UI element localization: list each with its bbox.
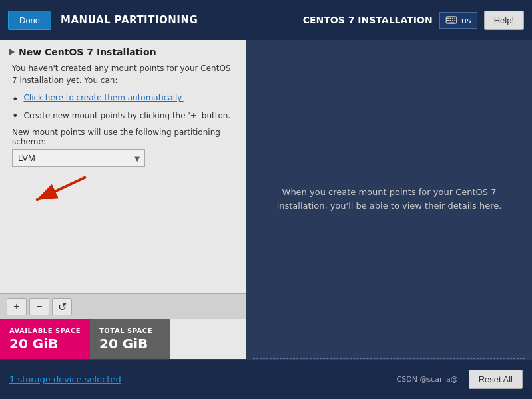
centos-installation-title: CENTOS 7 INSTALLATION <box>303 15 433 25</box>
right-bottom-divider <box>253 358 525 359</box>
available-space-block: AVAILABLE SPACE 20 GiB <box>0 319 90 359</box>
bullet-text-manual: Create new mount points by clicking the … <box>23 110 230 122</box>
description-text: You haven't created any mount points for… <box>9 63 236 86</box>
main-area: New CentOS 7 Installation You haven't cr… <box>0 40 532 359</box>
bottom-bar: 1 storage device selected CSDN @scania@ … <box>0 359 532 399</box>
add-mountpoint-button[interactable]: + <box>7 298 27 315</box>
svg-rect-2 <box>449 18 451 19</box>
header-right: CENTOS 7 INSTALLATION us Help! <box>303 11 524 30</box>
available-space-value: 20 GiB <box>9 336 58 352</box>
header: Done MANUAL PARTITIONING CENTOS 7 INSTAL… <box>0 0 532 40</box>
partitioning-dropdown-container: Standard Partition LVM LVM Thin Provisio… <box>12 149 145 167</box>
right-panel: When you create mount points for your Ce… <box>246 40 532 359</box>
refresh-button[interactable]: ↺ <box>52 298 72 315</box>
svg-rect-5 <box>447 20 449 21</box>
partition-toolbar: + − ↺ <box>0 293 246 319</box>
partitioning-scheme-dropdown[interactable]: Standard Partition LVM LVM Thin Provisio… <box>12 149 145 167</box>
keyboard-lang: us <box>461 15 471 25</box>
total-space-label: TOTAL SPACE <box>99 327 152 334</box>
keyboard-icon <box>445 16 457 24</box>
section-header: New CentOS 7 Installation <box>9 47 236 57</box>
right-panel-message: When you create mount points for your Ce… <box>270 186 509 213</box>
arrow-area <box>9 174 236 213</box>
reset-all-button[interactable]: Reset All <box>469 370 523 389</box>
bullet-item-manual: • Create new mount points by clicking th… <box>9 110 236 122</box>
svg-line-11 <box>36 177 86 200</box>
header-left: Done MANUAL PARTITIONING <box>8 11 198 30</box>
total-space-block: TOTAL SPACE 20 GiB <box>90 319 170 359</box>
svg-rect-1 <box>447 18 449 19</box>
dropdown-wrapper: Standard Partition LVM LVM Thin Provisio… <box>9 149 236 167</box>
done-button[interactable]: Done <box>8 11 51 30</box>
space-info-bar: AVAILABLE SPACE 20 GiB TOTAL SPACE 20 Gi… <box>0 319 246 359</box>
storage-device-link[interactable]: 1 storage device selected <box>9 374 121 384</box>
installation-section: New CentOS 7 Installation You haven't cr… <box>0 40 246 293</box>
available-space-label: AVAILABLE SPACE <box>9 327 81 334</box>
svg-rect-9 <box>448 22 454 23</box>
add-button-arrow-indicator <box>23 174 89 207</box>
svg-rect-7 <box>451 20 453 21</box>
remove-mountpoint-button[interactable]: − <box>29 298 49 315</box>
partitioning-label: New mount points will use the following … <box>9 128 236 146</box>
svg-rect-4 <box>454 18 455 19</box>
total-space-value: 20 GiB <box>99 336 148 352</box>
bullet-icon-2: • <box>12 110 18 122</box>
svg-rect-8 <box>454 20 455 21</box>
expand-triangle-icon <box>9 49 15 55</box>
bullet-icon-1: • <box>12 93 18 106</box>
header-title: MANUAL PARTITIONING <box>61 14 198 26</box>
auto-create-link[interactable]: Click here to create them automatically. <box>23 93 183 102</box>
help-button[interactable]: Help! <box>484 11 524 30</box>
section-title: New CentOS 7 Installation <box>19 47 156 57</box>
left-panel: New CentOS 7 Installation You haven't cr… <box>0 40 246 359</box>
keyboard-widget[interactable]: us <box>439 12 477 29</box>
svg-rect-3 <box>451 18 453 19</box>
bottom-right: CSDN @scania@ Reset All <box>397 370 523 389</box>
right-content: When you create mount points for your Ce… <box>246 40 532 358</box>
svg-rect-6 <box>449 20 451 21</box>
watermark-text: CSDN @scania@ <box>397 375 458 384</box>
bullet-item-auto: • Click here to create them automaticall… <box>9 93 236 106</box>
